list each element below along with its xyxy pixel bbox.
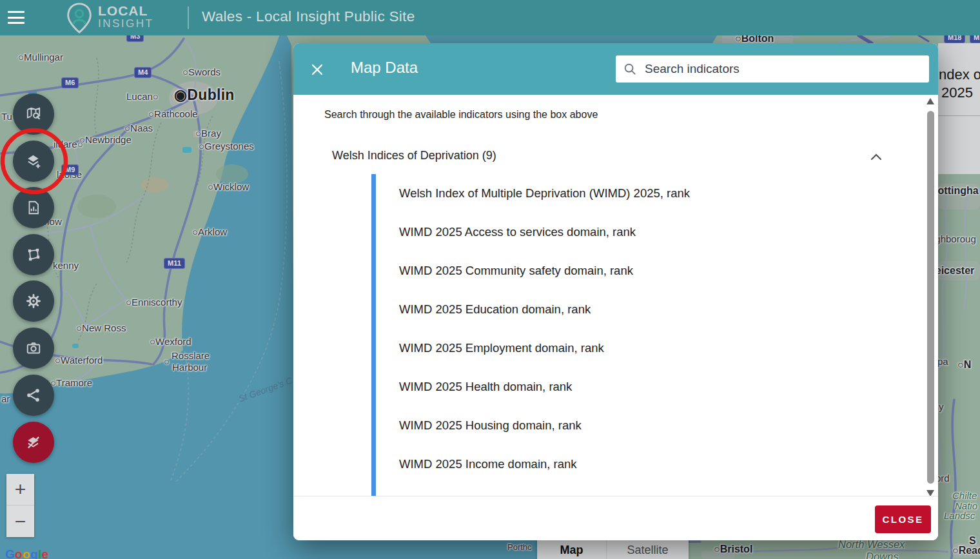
indicator-item[interactable]: WIMD 2025 Employment domain, rank (376, 329, 892, 368)
scrollbar-thumb[interactable] (927, 111, 934, 484)
modal-scrollbar (926, 97, 935, 498)
map-label: ○Rathcoole (148, 108, 198, 119)
map-search-icon (25, 106, 42, 123)
indicator-item[interactable]: WIMD 2025 Community safety domain, rank (376, 251, 892, 290)
map-label: ○Greystones (199, 141, 254, 152)
indicator-item[interactable]: WIMD 2025 Access to services domain, ran… (376, 213, 892, 251)
map-label: y (939, 401, 944, 412)
map-label: ○Enniscorthy (126, 297, 182, 308)
chevron-up-icon[interactable] (870, 152, 882, 163)
map-label: ○New Ross (76, 322, 126, 333)
map-label: ildare○ (54, 139, 83, 150)
indicator-item[interactable]: WIMD 2025 Health domain, rank (376, 368, 892, 406)
map-label: ○N (957, 359, 971, 371)
google-logo[interactable]: Google (5, 547, 48, 559)
map-label: ar (1, 393, 10, 404)
close-button[interactable]: CLOSE (875, 505, 931, 533)
map-legend-panel: ndex o 2025 (938, 43, 980, 174)
map-label: ○Wexford (150, 336, 191, 347)
map-label: Rosslare (172, 350, 210, 361)
map-type-button[interactable]: Map (537, 537, 607, 559)
page-title: Wales - Local Insight Public Site (202, 8, 415, 25)
map-label: ○Naas (124, 123, 153, 133)
map-label: ○Bray (195, 128, 221, 139)
layers-add-button[interactable] (13, 141, 54, 182)
share-icon (25, 387, 42, 404)
map-label: ○Bristol (714, 544, 752, 555)
topbar-divider (188, 6, 189, 29)
legend-text-line1: ndex o (939, 66, 980, 83)
map-label: Tu (1, 111, 12, 122)
layers-off-icon (25, 434, 42, 451)
modal-header: Map Data (293, 43, 938, 95)
motorway-badge: M11 (164, 258, 185, 269)
map-label: Harbour (172, 362, 207, 373)
modal-title: Map Data (351, 59, 418, 77)
layers-off-button[interactable] (13, 422, 54, 463)
search-icon (623, 63, 637, 76)
indicator-item[interactable]: Welsh Index of Multiple Deprivation (WIM… (376, 174, 892, 213)
map-search-button[interactable] (13, 93, 54, 135)
map-label: Landsc (944, 510, 975, 521)
brand-local: LOCAL (98, 4, 153, 18)
map-label: ◉Dublin (174, 86, 235, 104)
zoom-out-button[interactable]: − (6, 505, 34, 537)
map-label: Downs (866, 551, 898, 559)
settings-button[interactable] (13, 280, 54, 322)
indicator-item[interactable]: WIMD 2025 Education domain, rank (376, 290, 892, 329)
zoom-in-button[interactable]: + (6, 474, 34, 505)
legend-text-line2: 2025 (941, 84, 973, 101)
indicator-item[interactable]: WIMD 2025 Income domain, rank (376, 445, 892, 484)
report-button[interactable] (13, 187, 54, 228)
layers-add-icon (25, 153, 42, 170)
map-label: ○Newbridge (79, 134, 132, 145)
report-icon (25, 199, 42, 216)
app-root: { "topbar": { "brand_top": "LOCAL", "bra… (0, 0, 980, 559)
map-label: ○Waterford (55, 355, 103, 366)
map-label: kenny (53, 260, 79, 271)
share-button[interactable] (13, 375, 54, 416)
map-label: Porthc (507, 542, 532, 552)
search-input[interactable] (643, 61, 921, 77)
satellite-type-button[interactable]: Satellite (607, 537, 689, 559)
map-label: ○ (164, 356, 170, 367)
brand-insight: INSIGHT (98, 18, 153, 30)
camera-icon (25, 340, 42, 357)
indicator-group-label[interactable]: Welsh Indices of Deprivation (9) (332, 149, 496, 162)
modal-footer: CLOSE (293, 496, 938, 540)
map-label: ○Tramore (50, 377, 92, 388)
basemap-toggle: Map Satellite (537, 537, 689, 559)
area-select-icon (25, 246, 42, 263)
map-label: ○Swords (182, 66, 220, 77)
camera-button[interactable] (13, 328, 54, 369)
motorway-badge: M6 (61, 77, 79, 88)
motorway-badge: M4 (134, 67, 152, 78)
map-label: ○Read (952, 545, 980, 556)
map-label: ○Wicklow (208, 181, 249, 192)
settings-icon (25, 293, 42, 309)
map-label: Chilte (952, 490, 977, 501)
brand-text: LOCAL INSIGHT (98, 4, 153, 30)
scroll-up-arrow[interactable] (926, 98, 934, 104)
search-hint-text: Search through the available indicators … (324, 109, 598, 121)
search-box (616, 55, 929, 83)
menu-icon[interactable] (8, 10, 24, 25)
map-label: ○Arklow (192, 226, 227, 237)
map-label: Lucan○ (126, 91, 159, 102)
zoom-control: + − (6, 474, 34, 537)
top-bar: LOCAL INSIGHT Wales - Local Insight Publ… (0, 0, 980, 35)
close-icon[interactable] (310, 63, 324, 77)
area-select-button[interactable] (13, 234, 54, 275)
indicator-item[interactable]: WIMD 2025 Housing domain, rank (376, 406, 892, 445)
motorway-badge: M9 (61, 164, 79, 175)
legend-divider (938, 115, 980, 116)
indicator-list: Welsh Index of Multiple Deprivation (WIM… (371, 174, 892, 540)
map-label: ○Mullingar (18, 52, 63, 63)
local-insight-logo-icon (64, 2, 94, 37)
map-data-modal: Map Data Search through the available in… (293, 43, 938, 540)
